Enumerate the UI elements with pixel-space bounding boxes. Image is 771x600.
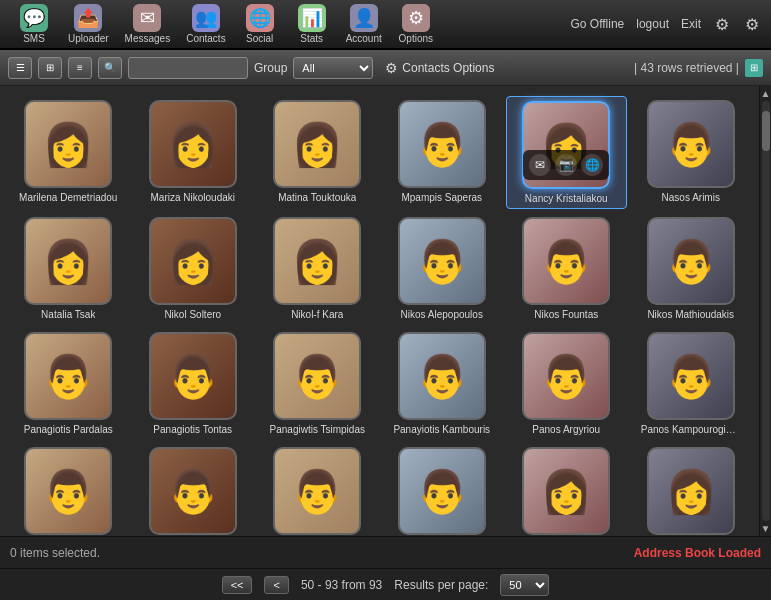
contact-photo-10: 👨	[398, 217, 486, 305]
grid-toggle-button[interactable]: ⊞	[745, 59, 763, 77]
contact-photo-21: 👨	[273, 447, 361, 535]
web-action-icon[interactable]: 🌐	[581, 154, 603, 176]
contact-photo-4: 👨	[398, 100, 486, 188]
contact-photo-16: 👨	[398, 332, 486, 420]
contact-card-23[interactable]: 👩 Sofia Zerva	[506, 443, 627, 536]
settings-icon-2[interactable]: ⚙	[743, 15, 761, 33]
contacts-icon: 👥	[192, 4, 220, 32]
contact-card-18[interactable]: 👨 Panos Kampourogian...	[631, 328, 752, 439]
contact-name-18: Panos Kampourogian...	[641, 424, 741, 435]
per-page-select[interactable]: 50 25 100	[500, 574, 549, 596]
contact-card-15[interactable]: 👨 Panagiwtis Tsimpidas	[257, 328, 378, 439]
messages-label: Messages	[125, 33, 171, 44]
contact-card-13[interactable]: 👨 Panagiotis Pardalas	[8, 328, 129, 439]
contact-emoji-24: 👩	[665, 467, 717, 516]
contact-card-9[interactable]: 👩 Nikol-f Kara	[257, 213, 378, 324]
nav-item-sms[interactable]: 💬 SMS	[10, 0, 58, 48]
contact-photo-2: 👩	[149, 100, 237, 188]
contact-card-8[interactable]: 👩 Nikol Soltero	[133, 213, 254, 324]
contact-photo-20: 👨	[149, 447, 237, 535]
view-detail-button[interactable]: ≡	[68, 57, 92, 79]
account-label: Account	[346, 33, 382, 44]
contact-card-16[interactable]: 👨 Panayiotis Kambouris	[382, 328, 503, 439]
contact-emoji-22: 👨	[416, 467, 468, 516]
contact-card-21[interactable]: 👨 Savvas Grammatopo...	[257, 443, 378, 536]
contact-card-10[interactable]: 👨 Nikos Alepopoulos	[382, 213, 503, 324]
contacts-options-button[interactable]: ⚙ Contacts Options	[379, 58, 500, 78]
uploader-icon: 📤	[74, 4, 102, 32]
scrollbar[interactable]: ▲ ▼	[759, 86, 771, 536]
contact-name-1: Marilena Demetriadou	[19, 192, 117, 203]
search-button[interactable]: 🔍	[98, 57, 122, 79]
contact-card-3[interactable]: 👩 Matina Touktouka	[257, 96, 378, 209]
scroll-up-button[interactable]: ▲	[761, 88, 771, 99]
contact-emoji-2: 👩	[167, 120, 219, 169]
first-page-button[interactable]: <<	[222, 576, 253, 594]
rows-info: | 43 rows retrieved |	[634, 61, 739, 75]
contact-emoji-23: 👩	[540, 467, 592, 516]
contact-emoji-9: 👩	[291, 237, 343, 286]
main-area: 👩 Marilena Demetriadou 👩 Mariza Nikoloud…	[0, 86, 771, 536]
contact-card-22[interactable]: 👨 Savvas Temirtsidis	[382, 443, 503, 536]
exit-button[interactable]: Exit	[681, 17, 701, 31]
scroll-down-button[interactable]: ▼	[761, 523, 771, 534]
view-grid-button[interactable]: ⊞	[38, 57, 62, 79]
contact-photo-12: 👨	[647, 217, 735, 305]
nav-item-social[interactable]: 🌐 Social	[236, 0, 284, 48]
contact-card-17[interactable]: 👨 Panos Argyriou	[506, 328, 627, 439]
contact-emoji-7: 👩	[42, 237, 94, 286]
nav-item-account[interactable]: 👤 Account	[340, 0, 388, 48]
contact-photo-15: 👨	[273, 332, 361, 420]
nav-item-messages[interactable]: ✉ Messages	[119, 0, 177, 48]
search-input[interactable]	[128, 57, 248, 79]
view-list-button[interactable]: ☰	[8, 57, 32, 79]
contact-card-14[interactable]: 👨 Panagiotis Tontas	[133, 328, 254, 439]
contact-card-2[interactable]: 👩 Mariza Nikoloudaki	[133, 96, 254, 209]
sms-label: SMS	[23, 33, 45, 44]
sms-icon: 💬	[20, 4, 48, 32]
scroll-thumb[interactable]	[762, 111, 770, 151]
contact-emoji-16: 👨	[416, 352, 468, 401]
contacts-label: Contacts	[186, 33, 225, 44]
contact-emoji-17: 👨	[540, 352, 592, 401]
contact-card-20[interactable]: 👨 Roger Cane	[133, 443, 254, 536]
contact-emoji-21: 👨	[291, 467, 343, 516]
contact-emoji-13: 👨	[42, 352, 94, 401]
go-offline-button[interactable]: Go Offline	[570, 17, 624, 31]
group-select[interactable]: All	[293, 57, 373, 79]
contact-card-5[interactable]: 👩 ✉ 📷 🌐 Nancy Kristaliakou	[506, 96, 627, 209]
contact-photo-6: 👨	[647, 100, 735, 188]
nav-item-options[interactable]: ⚙ Options	[392, 0, 440, 48]
contact-card-11[interactable]: 👨 Nikos Fountas	[506, 213, 627, 324]
contact-card-12[interactable]: 👨 Nikos Mathioudakis	[631, 213, 752, 324]
nav-bar: 💬 SMS 📤 Uploader ✉ Messages 👥 Contacts 🌐…	[10, 0, 440, 48]
top-actions: Go Offline logout Exit ⚙ ⚙	[570, 15, 761, 33]
prev-page-button[interactable]: <	[264, 576, 288, 594]
nav-item-stats[interactable]: 📊 Stats	[288, 0, 336, 48]
contact-name-7: Natalia Tsak	[41, 309, 95, 320]
contact-card-19[interactable]: 👨 Petros Lytrivis	[8, 443, 129, 536]
pagination-bar: << < 50 - 93 from 93 Results per page: 5…	[0, 568, 771, 600]
logout-button[interactable]: logout	[636, 17, 669, 31]
contact-card-24[interactable]: 👩 Sonia Latsoudi	[631, 443, 752, 536]
settings-icon-1[interactable]: ⚙	[713, 15, 731, 33]
contact-card-1[interactable]: 👩 Marilena Demetriadou	[8, 96, 129, 209]
nav-item-contacts[interactable]: 👥 Contacts	[180, 0, 231, 48]
contact-emoji-4: 👨	[416, 120, 468, 169]
options-label: Options	[399, 33, 433, 44]
contacts-options-icon: ⚙	[385, 60, 398, 76]
contact-name-4: Mpampis Saperas	[401, 192, 482, 203]
contact-emoji-19: 👨	[42, 467, 94, 516]
scroll-track[interactable]	[762, 101, 770, 521]
contact-emoji-18: 👨	[665, 352, 717, 401]
contact-name-2: Mariza Nikoloudaki	[151, 192, 235, 203]
contact-name-10: Nikos Alepopoulos	[401, 309, 483, 320]
photo-action-icon[interactable]: 📷	[555, 154, 577, 176]
contact-card-6[interactable]: 👨 Nasos Arimis	[631, 96, 752, 209]
contact-name-13: Panagiotis Pardalas	[24, 424, 113, 435]
message-action-icon[interactable]: ✉	[529, 154, 551, 176]
nav-item-uploader[interactable]: 📤 Uploader	[62, 0, 115, 48]
contact-card-4[interactable]: 👨 Mpampis Saperas	[382, 96, 503, 209]
contact-emoji-6: 👨	[665, 120, 717, 169]
contact-card-7[interactable]: 👩 Natalia Tsak	[8, 213, 129, 324]
